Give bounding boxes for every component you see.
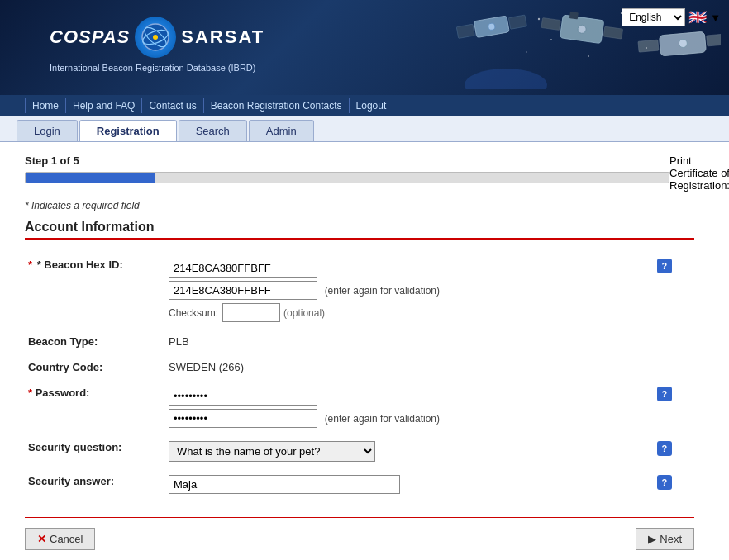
beacon-hex-value: (enter again for validation) Checksum: (… xyxy=(165,252,650,329)
account-form: * * Beacon Hex ID: (enter again for vali… xyxy=(25,252,694,501)
tab-login[interactable]: Login xyxy=(17,120,78,141)
svg-rect-6 xyxy=(508,15,526,29)
nav-home[interactable]: Home xyxy=(25,98,66,113)
beacon-type-value: PLB xyxy=(165,329,650,354)
ibrd-subtitle: International Beacon Registration Databa… xyxy=(50,63,255,73)
progress-bar-fill xyxy=(26,173,155,183)
print-cert-area: Print Certificate of Registration: Plain… xyxy=(669,154,729,192)
step-label: Step 1 of 5 xyxy=(25,154,669,167)
svg-rect-10 xyxy=(603,26,622,39)
language-select[interactable]: English Français Español xyxy=(622,8,685,26)
checksum-label: Checksum: xyxy=(169,307,218,319)
security-answer-label: Security answer: xyxy=(25,468,165,501)
security-question-row: Security question: What is the name of y… xyxy=(25,434,694,468)
tab-registration[interactable]: Registration xyxy=(79,120,177,141)
header-nav: Home Help and FAQ Contact us Beacon Regi… xyxy=(0,95,729,116)
password-input-1[interactable] xyxy=(169,387,317,406)
svg-point-3 xyxy=(153,35,158,40)
header: COSPAS SARSAT International Beacon Regis… xyxy=(0,0,729,95)
bottom-actions: ✕ Cancel ▶ Next xyxy=(25,528,694,550)
sarsat-logo-text: SARSAT xyxy=(181,26,264,48)
flag-icon: 🇬🇧 xyxy=(688,8,707,26)
svg-point-17 xyxy=(538,17,540,19)
required-note: * Indicates a required field xyxy=(25,200,694,211)
cospas-logo-text: COSPAS xyxy=(50,26,130,48)
nav-contact[interactable]: Contact us xyxy=(142,98,203,113)
password-help-icon[interactable]: ? xyxy=(657,387,672,401)
security-answer-value xyxy=(165,468,650,501)
country-code-row: Country Code: SWEDEN (266) xyxy=(25,354,694,380)
checksum-row: Checksum: (optional) xyxy=(169,303,646,322)
security-question-select[interactable]: What is the name of your pet? What is yo… xyxy=(169,441,375,462)
beacon-hex-row: * * Beacon Hex ID: (enter again for vali… xyxy=(25,252,694,329)
language-selector[interactable]: English Français Español 🇬🇧 ▼ xyxy=(622,8,721,26)
nav-logout[interactable]: Logout xyxy=(350,98,394,113)
svg-point-16 xyxy=(679,39,688,48)
logo-emblem xyxy=(135,17,176,58)
security-answer-row: Security answer: ? xyxy=(25,468,694,501)
svg-point-18 xyxy=(550,39,552,40)
svg-rect-9 xyxy=(541,17,560,30)
password-label: * Password: xyxy=(25,380,165,434)
security-question-help-icon[interactable]: ? xyxy=(657,441,672,456)
country-code-value: SWEDEN (266) xyxy=(165,354,650,380)
nav-help[interactable]: Help and FAQ xyxy=(66,98,142,113)
required-star: * xyxy=(28,259,32,271)
enter-again-password: (enter again for validation) xyxy=(325,413,440,425)
logo: COSPAS SARSAT International Beacon Regis… xyxy=(50,17,264,73)
security-answer-input[interactable] xyxy=(169,475,400,494)
password-row: * Password: (enter again for validation) xyxy=(25,380,694,434)
svg-point-21 xyxy=(588,55,589,57)
lang-dropdown-arrow[interactable]: ▼ xyxy=(710,12,721,24)
security-answer-help-icon[interactable]: ? xyxy=(657,475,672,490)
cancel-label: Cancel xyxy=(50,533,83,545)
beacon-hex-input-1[interactable] xyxy=(169,259,317,278)
step-progress-left: Step 1 of 5 xyxy=(25,154,669,190)
optional-text: (optional) xyxy=(284,307,325,319)
country-code-label: Country Code: xyxy=(25,354,165,380)
svg-rect-14 xyxy=(638,40,659,52)
cancel-button[interactable]: ✕ Cancel xyxy=(25,528,95,550)
tab-search[interactable]: Search xyxy=(179,120,247,141)
svg-rect-15 xyxy=(707,33,721,45)
beacon-hex-input-2[interactable] xyxy=(169,281,317,300)
security-question-value: What is the name of your pet? What is yo… xyxy=(165,434,650,468)
next-label: Next xyxy=(660,533,682,545)
tab-admin[interactable]: Admin xyxy=(249,120,314,141)
svg-rect-5 xyxy=(456,24,474,38)
next-icon: ▶ xyxy=(648,533,656,545)
svg-point-23 xyxy=(465,69,547,89)
progress-bar-container xyxy=(25,172,669,183)
svg-point-20 xyxy=(526,51,527,53)
main-content: Step 1 of 5 Print Certificate of Registr… xyxy=(0,142,719,560)
cancel-icon: ✕ xyxy=(37,533,46,545)
top-navigation: Login Registration Search Admin xyxy=(0,116,729,142)
beacon-type-label: Beacon Type: xyxy=(25,329,165,354)
next-button[interactable]: ▶ Next xyxy=(636,528,694,550)
beacon-hex-help-icon[interactable]: ? xyxy=(657,259,672,273)
password-value: (enter again for validation) xyxy=(165,380,650,434)
bottom-divider xyxy=(25,517,694,518)
password-input-2[interactable] xyxy=(169,409,317,428)
section-heading: Account Information xyxy=(25,220,694,240)
enter-again-hex: (enter again for validation) xyxy=(325,285,440,297)
nav-beacon-contacts[interactable]: Beacon Registration Contacts xyxy=(204,98,350,113)
beacon-type-row: Beacon Type: PLB xyxy=(25,329,694,354)
svg-rect-11 xyxy=(569,12,579,19)
hex-inputs-group: (enter again for validation) Checksum: (… xyxy=(169,259,646,322)
beacon-hex-label: * * Beacon Hex ID: xyxy=(25,252,165,329)
print-cert-label: Print Certificate of Registration: xyxy=(669,154,729,192)
security-question-label: Security question: xyxy=(25,434,165,468)
checksum-input[interactable] xyxy=(222,303,280,322)
step-progress-wrapper: Step 1 of 5 Print Certificate of Registr… xyxy=(25,154,694,192)
svg-point-22 xyxy=(646,47,647,49)
